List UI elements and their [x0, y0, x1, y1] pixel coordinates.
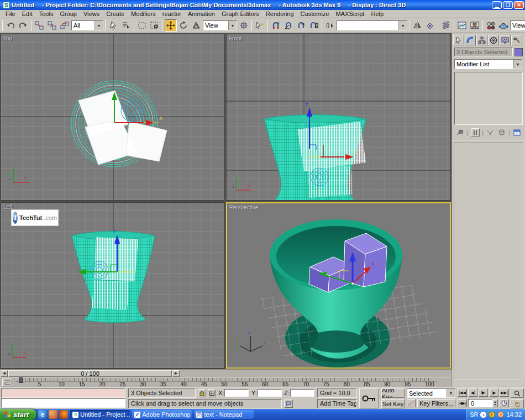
set-keys-button[interactable]	[359, 389, 379, 408]
spinner-snap-toggle-button[interactable]	[308, 19, 320, 32]
selection-lock-toggle[interactable]	[198, 389, 206, 397]
configure-modifier-sets-button[interactable]	[512, 128, 522, 136]
menu-customize[interactable]: Customize	[297, 11, 333, 17]
track-bar[interactable]: 5101520253035404550556065707580859095100	[0, 377, 452, 387]
restore-button[interactable]: ❐	[503, 1, 513, 9]
use-pivot-point-center-button[interactable]	[238, 19, 250, 32]
y-coordinate-field[interactable]	[258, 389, 282, 397]
undo-button[interactable]	[4, 19, 17, 32]
language-indicator[interactable]: SR	[470, 411, 478, 418]
select-by-name-button[interactable]	[120, 19, 132, 32]
time-configuration-button[interactable]	[500, 399, 509, 407]
angle-snap-toggle-button[interactable]	[282, 19, 295, 32]
add-time-tag[interactable]: Add Time Tag	[317, 399, 357, 408]
menu-group[interactable]: Group	[56, 11, 80, 17]
tab-motion[interactable]	[488, 35, 499, 45]
menu-tools[interactable]: Tools	[36, 11, 57, 17]
menu-edit[interactable]: Edit	[19, 11, 36, 17]
object-color-swatch[interactable]	[514, 48, 523, 56]
auto-key-button[interactable]: Auto Key	[381, 389, 405, 398]
next-frame-arrow[interactable]: ►	[172, 370, 180, 377]
close-button[interactable]: ✕	[514, 1, 524, 9]
tab-hierarchy[interactable]	[476, 35, 487, 45]
set-key-button[interactable]: Set Key	[381, 399, 405, 408]
menu-file[interactable]: File	[2, 11, 19, 17]
x-coordinate-field[interactable]	[224, 389, 249, 397]
reference-coordinate-system-dropdown[interactable]: View▼	[203, 20, 237, 30]
default-in-out-tangents-button[interactable]	[407, 399, 416, 407]
window-crossing-toggle-button[interactable]	[149, 19, 161, 32]
tab-utilities[interactable]	[511, 35, 522, 45]
remove-modifier-button[interactable]	[497, 128, 507, 136]
next-frame-button[interactable]: |▶	[489, 389, 498, 397]
previous-frame-arrow[interactable]: ◄	[1, 370, 8, 377]
viewport-front[interactable]: Front	[226, 34, 451, 201]
viewport-left[interactable]: Left T TechTut.com	[1, 202, 224, 369]
zoom-viewport-button[interactable]	[511, 389, 524, 398]
key-filters-button[interactable]: Key Filters...	[417, 399, 455, 407]
tab-modify[interactable]	[465, 35, 476, 45]
bind-to-space-warp-button[interactable]	[59, 19, 71, 32]
selection-set-keying-dropdown[interactable]: Selected▼	[407, 389, 455, 398]
current-frame-field[interactable]: 0	[468, 399, 492, 407]
menu-rendering[interactable]: Rendering	[262, 11, 297, 17]
menu-graph-editors[interactable]: Graph Editors	[218, 11, 262, 17]
play-button[interactable]: ▶	[479, 389, 488, 397]
select-and-manipulate-button[interactable]	[254, 19, 266, 32]
start-button[interactable]: start	[0, 409, 36, 420]
tray-icon-2[interactable]	[497, 411, 504, 418]
communicate-icon[interactable]	[284, 400, 293, 408]
maxscript-mini-listener-white[interactable]	[1, 398, 125, 408]
pin-stack-button[interactable]	[455, 128, 465, 136]
hide-icons-chevron[interactable]: ‹	[480, 412, 486, 418]
named-selection-sets-dropdown[interactable]: ▼	[337, 20, 407, 30]
render-setup-button[interactable]	[497, 19, 510, 32]
firefox-quicklaunch-icon[interactable]	[59, 410, 68, 419]
mirror-button[interactable]	[411, 19, 423, 32]
go-to-end-button[interactable]: ▶▶|	[500, 389, 509, 397]
menu-modifiers[interactable]: Modifiers	[128, 11, 159, 17]
key-mode-toggle[interactable]: |◀▶|	[458, 399, 467, 407]
menu-help[interactable]: Help	[368, 11, 387, 17]
quicklaunch-icon-2[interactable]	[49, 410, 57, 419]
security-alert-tray-icon[interactable]: !	[489, 411, 495, 418]
rectangular-selection-region-button[interactable]	[136, 19, 148, 32]
select-and-move-button[interactable]	[165, 19, 177, 32]
menu-views[interactable]: Views	[80, 11, 103, 17]
minimize-button[interactable]: ▁	[492, 1, 502, 9]
taskbar-task-3dsmax[interactable]: S Untitled - Project ...	[70, 410, 130, 419]
menu-maxscript[interactable]: MAXScript	[333, 11, 368, 17]
select-and-scale-button[interactable]	[190, 19, 202, 32]
viewport-top[interactable]: Top	[1, 34, 224, 201]
modifier-stack-list[interactable]	[454, 72, 523, 125]
clock[interactable]: 14:32	[506, 411, 522, 418]
select-and-rotate-button[interactable]	[177, 19, 190, 32]
tab-create[interactable]	[453, 35, 464, 45]
menu-create[interactable]: Create	[103, 11, 128, 17]
internet-explorer-quicklaunch-icon[interactable]: e	[38, 410, 47, 419]
z-coordinate-field[interactable]	[290, 389, 314, 397]
previous-frame-button[interactable]: ◀|	[468, 389, 477, 397]
current-frame-marker[interactable]	[19, 377, 23, 383]
layer-manager-button[interactable]	[440, 19, 452, 32]
time-slider-thumb[interactable]: 0 / 100	[8, 370, 172, 377]
select-and-link-button[interactable]	[33, 19, 45, 32]
curve-editor-button[interactable]	[456, 19, 468, 32]
taskbar-task-notepad[interactable]: text - Notepad	[194, 410, 254, 419]
absolute-offset-mode-toggle[interactable]	[208, 389, 216, 397]
frame-spinner[interactable]: ▲▼	[492, 399, 498, 407]
unlink-selection-button[interactable]	[46, 19, 58, 32]
make-unique-button[interactable]	[486, 128, 495, 136]
align-button[interactable]	[424, 19, 436, 32]
schematic-view-button[interactable]	[469, 19, 481, 32]
snap-toggle-3d-button[interactable]: 3	[270, 19, 282, 32]
selection-filter-dropdown[interactable]: All▼	[71, 20, 103, 30]
keyboard-shortcut-override-button[interactable]: {}	[324, 19, 336, 32]
show-end-result-button[interactable]	[471, 128, 480, 136]
material-editor-button[interactable]	[485, 19, 497, 32]
taskbar-task-photoshop[interactable]: Adobe Photoshop - [...	[132, 410, 192, 419]
viewport-perspective[interactable]: Perspective	[226, 202, 451, 369]
maxscript-mini-listener-pink[interactable]	[1, 389, 125, 398]
redo-button[interactable]	[17, 19, 29, 32]
menu-reactor[interactable]: reactor	[159, 11, 185, 17]
